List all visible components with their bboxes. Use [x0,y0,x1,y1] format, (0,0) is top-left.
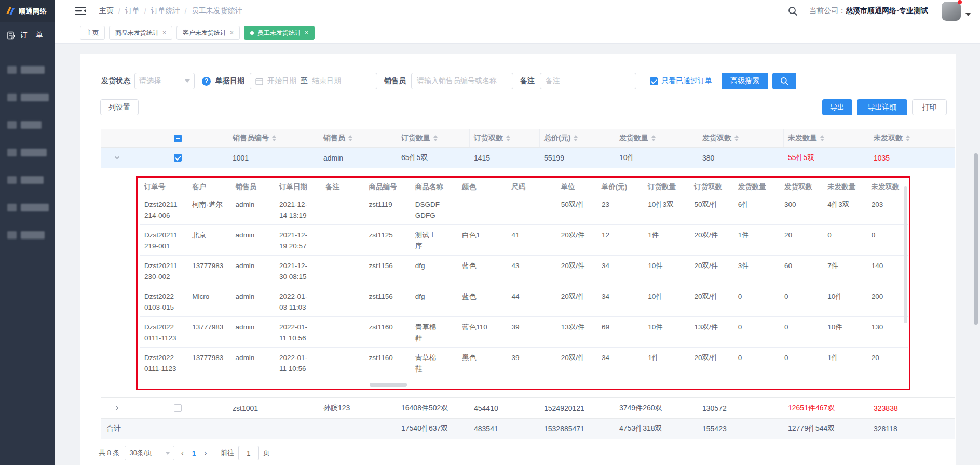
row-expand-toggle[interactable] [101,405,140,411]
detail-cell: 20双/件 [690,256,733,271]
detail-row[interactable]: Dzst20211214-006柯南·道尔admin2021-12-14 13:… [140,194,908,225]
column-header-2[interactable]: 订货数量 [397,129,470,147]
search-icon[interactable] [788,6,798,16]
detail-cell: dfg [411,286,458,302]
row-checkbox[interactable] [174,404,182,412]
detail-cell: 300 [780,194,823,210]
print-button[interactable]: 打印 [912,99,947,115]
row-checkbox[interactable] [174,154,182,162]
sidebar-item-redacted[interactable] [7,94,55,101]
detail-vertical-scrollbar[interactable] [904,186,907,323]
column-header-3[interactable]: 订货双数 [470,129,540,147]
breadcrumb-item[interactable]: 主页 [99,6,114,16]
sidebar: 顺通网络 订 单 [0,0,55,465]
row-expand-toggle[interactable] [101,154,140,161]
only-approved-checkbox[interactable] [650,77,658,85]
sort-icon[interactable] [651,135,656,141]
sort-icon[interactable] [272,135,276,141]
prev-page-button[interactable]: ‹ [174,449,190,457]
sort-icon[interactable] [348,135,352,141]
column-header-5[interactable]: 发货数量 [615,129,698,147]
toolbar-row: 列设置 导出 导出详细 打印 [80,89,956,115]
page-scrollbar[interactable] [974,153,978,325]
help-icon[interactable]: ? [202,77,211,86]
detail-cell: DSGDFGDFG [411,194,458,221]
sort-icon[interactable] [820,135,824,141]
salesman-placeholder: 请输入销售员编号或名称 [417,76,497,86]
detail-cell: 20双/件 [690,348,733,363]
detail-row[interactable]: Dzst20220103-015Microadmin2022-01-03 11:… [140,286,908,317]
salesman-input[interactable]: 请输入销售员编号或名称 [411,73,513,89]
breadcrumb-item[interactable]: 员工未发货统计 [192,6,242,16]
logo-text: 顺通网络 [19,7,47,16]
tab-item[interactable]: 主页 [80,26,105,40]
ship-status-select[interactable]: 请选择 [134,73,195,89]
expanded-detail-region: 订单号客户销售员订单日期备注商品编号商品名称颜色尺码单位单价(元)订货数量订货双… [101,168,955,398]
sidebar-item-redacted[interactable] [7,121,55,129]
close-icon[interactable]: × [230,29,234,36]
tab-item[interactable]: 商品未发货统计× [109,26,172,40]
redacted-icon [7,231,17,239]
detail-cell: 青草棉鞋 [411,348,458,374]
sort-icon[interactable] [906,135,910,141]
table-row[interactable]: 1001admin65件5双14155519910件38055件5双1035 [101,148,955,168]
sidebar-item-redacted[interactable] [7,231,55,239]
detail-row[interactable]: Dzst20220111-112313777983admin2022-01-11… [140,317,908,348]
table-cell: 12651件467双 [784,404,869,413]
column-header-7[interactable]: 未发数量 [784,129,869,147]
remark-input[interactable]: 备注 [540,73,636,89]
export-detail-button[interactable]: 导出详细 [857,99,907,115]
advanced-search-button[interactable]: 高级搜索 [722,73,768,89]
column-header-6[interactable]: 发货双数 [698,129,784,147]
detail-cell: admin [232,256,275,271]
breadcrumb-item[interactable]: 订单统计 [151,6,180,16]
collapse-menu-icon[interactable] [75,6,87,16]
sort-desc-icon [574,139,578,141]
sidebar-item-redacted[interactable] [7,149,55,156]
only-approved-checkbox-wrap[interactable]: 只看已通过订单 [650,76,712,86]
sort-icon[interactable] [433,135,438,141]
detail-cell: 0 [823,225,867,241]
sort-desc-icon [272,139,276,141]
sort-icon[interactable] [734,135,739,141]
column-settings-button[interactable]: 列设置 [100,99,139,115]
detail-horizontal-scrollbar[interactable] [370,383,407,387]
page-size-select[interactable]: 30条/页 [125,446,174,460]
filter-row: 发货状态 请选择 ? 单据日期 开始日期 至 结束日期 [80,54,956,89]
table-row[interactable]: zst1001孙膑12316408件502双454410152492012137… [101,398,955,419]
breadcrumb-item[interactable]: 订单 [125,6,140,16]
column-header-8[interactable]: 未发双数 [869,129,955,147]
close-icon[interactable]: × [162,29,166,36]
close-icon[interactable]: × [305,29,308,36]
chevron-down-icon[interactable] [965,13,971,16]
current-page[interactable]: 1 [190,449,198,457]
column-header-4[interactable]: 总价(元) [540,129,615,147]
tab-active[interactable]: 员工未发货统计× [244,26,315,40]
summary-table: 销售员编号销售员订货数量订货双数总价(元)发货数量发货双数未发数量未发双数100… [101,129,955,439]
sidebar-item-redacted[interactable] [7,66,55,74]
column-header-0[interactable]: 销售员编号 [228,129,319,147]
avatar[interactable] [942,2,961,21]
detail-row[interactable]: Dzst20220111-112313777983admin2022-01-11… [140,348,908,378]
detail-row[interactable]: Dzst20211230-00213777983admin2021-12-30 … [140,256,908,286]
detail-cell: 34 [597,286,644,302]
sidebar-item-orders[interactable]: 订 单 [0,22,55,46]
next-page-button[interactable]: › [198,449,213,457]
export-button[interactable]: 导出 [822,99,852,115]
detail-row[interactable]: Dzst20211219-001北京admin2021-12-19 20:57z… [140,225,908,256]
sidebar-item-redacted[interactable] [7,176,55,184]
tab-item[interactable]: 客户未发货统计× [176,26,240,40]
sort-desc-icon [906,139,910,141]
search-button[interactable] [772,73,796,89]
detail-cell: 12 [597,225,644,241]
sidebar-item-redacted[interactable] [7,204,55,211]
sort-icon[interactable] [506,135,510,141]
column-header-label: 订货双数 [474,134,503,143]
sort-icon[interactable] [574,135,578,141]
date-range-input[interactable]: 开始日期 至 结束日期 [250,73,377,89]
column-header-1[interactable]: 销售员 [319,129,397,147]
goto-page-input[interactable]: 1 [238,446,259,460]
select-all-checkbox[interactable] [174,135,182,142]
detail-cell: 白色1 [458,225,507,241]
detail-cell: admin [232,317,275,333]
